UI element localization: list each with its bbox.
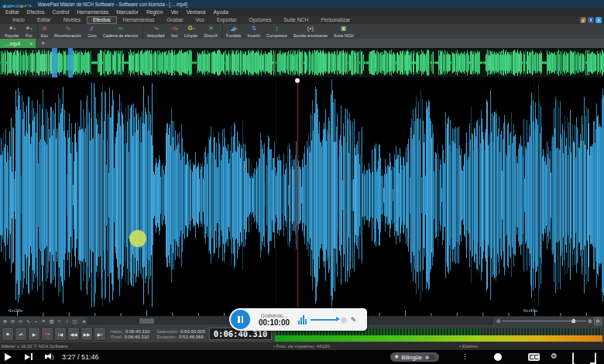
chevron-down-icon: ▾ [30,26,33,31]
zoom-out-icon[interactable]: ⊖ [496,318,501,325]
ribbon-button[interactable]: ∿ Reverberación [51,24,84,39]
transport-button[interactable]: ◀◀ [67,327,80,341]
ribbon-tab[interactable]: Efectos [87,16,117,24]
next-video-icon[interactable] [25,353,33,360]
ribbon-button-icon: ⇅ [251,25,256,33]
pill-menu-dots[interactable]: ⋮ [462,352,468,360]
ribbon-button[interactable]: ◔▾ Velocidad [142,24,167,39]
chevron-down-icon: ▾ [13,26,15,31]
tool-button[interactable]: ∿ [25,318,32,325]
cast-icon[interactable] [572,352,574,364]
menu-item[interactable]: Ayuda [210,9,232,15]
zoom-controls: ⊖ ⊕ ⊕ [496,318,604,325]
chevron-down-icon: ▾ [48,332,50,336]
channels-selector[interactable]: • Estéreo [459,344,478,349]
ribbon-button[interactable]: ♻▾ Limpiar [181,24,201,39]
webcam-icon[interactable]: ◎ [341,316,347,324]
ribbon-button[interactable]: ✦▾ Popular [2,24,22,39]
ribbon-button[interactable]: ▣ Suite NCH [331,24,356,39]
transport-button[interactable]: ▶ [28,327,40,341]
tool-button[interactable]: ↕ [63,318,70,325]
ribbon-button[interactable]: ∞ Cadena de efectos [100,24,141,39]
subtitles-icon[interactable] [528,353,540,361]
transport-button[interactable]: ▶Ι [94,327,106,341]
main-waveform[interactable] [0,77,604,316]
tool-button[interactable]: ▭ [17,318,24,325]
ribbon-tab[interactable]: Grabar [160,16,189,24]
ribbon-tab[interactable]: Niveles [57,16,87,24]
tool-button[interactable]: ▥ [48,318,55,325]
pencil-icon[interactable]: ✎ [351,316,357,324]
menu-item[interactable]: Herramientas [73,9,112,15]
ribbon-button[interactable]: ✦▾ Pro [22,24,36,39]
menu-item[interactable]: Efectos [23,9,49,15]
transport-button[interactable]: ⇄ [15,327,27,341]
ribbon-button[interactable]: ✕ DirectX [201,24,221,39]
ribbon-button-label: Compresor [266,33,287,38]
miniplayer-icon[interactable] [595,352,596,364]
sample-rate-selector[interactable]: • Frec. de muestreo: 44100 [273,344,329,349]
inicio-value: 0:06:40.310 [125,329,150,334]
volume-icon[interactable]: ) [45,353,53,359]
menu-item[interactable]: Editar [2,9,23,15]
tool-button[interactable]: ◫ [71,318,78,325]
ribbon-button[interactable]: ◢▾ Fundido [222,24,244,39]
tool-button[interactable]: ⊕ [2,318,9,325]
transport-button[interactable]: ▶▶ [81,327,93,341]
ribbon-button[interactable]: ♬ Coro [84,24,100,39]
ribbon-button[interactable]: (•) Sonido envolvente [290,24,331,39]
play-icon[interactable] [5,353,12,361]
final-value: 0:06:40.310 [125,335,149,339]
tool-button[interactable]: ⊖ [9,318,16,325]
ribbon-tab[interactable]: Editar [31,16,57,24]
app-window: ▣▤✂▥▦↶↷ WavePad Máster de NCH Software -… [0,0,604,364]
menu-item[interactable]: Ver [166,9,182,15]
tool-button[interactable]: ⌗ [56,318,63,325]
tool-button[interactable]: ⇔ [33,318,39,325]
bilingue-toggle[interactable] [424,355,435,360]
ribbon-button[interactable]: ≋ Eco [37,24,51,39]
tool-button[interactable]: ≡ [40,318,47,325]
transport-button[interactable]: Ι◀ [54,327,67,341]
pause-button[interactable] [231,310,250,329]
new-tab-button[interactable]: + [41,39,45,47]
close-icon[interactable]: × [29,41,33,46]
ribbon-tab[interactable]: Exportar [211,16,243,24]
transport-button[interactable]: ●▾ [41,327,53,341]
ruler-label-left: 6m20s [9,308,22,313]
ribbon-button-icon: ∞ [118,25,123,33]
transport-button[interactable]: ■ [2,327,14,341]
recording-slider[interactable] [311,319,337,321]
document-tab[interactable]: ….mp4 × [0,39,36,48]
ribbon-tab[interactable]: Inicio [6,16,31,24]
ribbon-tab[interactable]: Personalizar [314,16,356,24]
bilingue-label: Bilingüe [401,354,422,361]
window-title: WavePad Máster de NCH Software - Softwar… [38,2,187,7]
bilingue-pill[interactable]: ❖ Bilingüe [390,352,439,362]
menu-item[interactable]: Control [48,9,73,15]
social-icon[interactable]: ✌ [580,17,586,23]
menu-item[interactable]: Marcador [112,9,142,15]
scroll-left-arrow[interactable]: ◄ [81,319,86,324]
duracion-label: Duración: [156,335,177,339]
settings-gear-icon[interactable]: ⚙ [551,352,558,360]
ribbon-button[interactable]: ↨ Compresor [263,24,290,39]
social-icon[interactable]: f [588,17,594,23]
zoom-in-icon[interactable]: ⊕ [588,318,592,325]
ribbon-tab[interactable]: Herramientas [117,16,161,24]
overview-waveform[interactable] [0,48,604,77]
zoom-slider[interactable] [503,321,586,321]
ribbon-tab[interactable]: Opciones [243,16,278,24]
menu-item[interactable]: Región [142,9,167,15]
ribbon-button-label: Voz [171,33,178,38]
ribbon-tab[interactable]: Voz [190,16,211,24]
duracion-value: 0:51:46.969 [179,335,204,339]
scrollbar-thumb[interactable] [139,318,154,324]
ribbon-button[interactable]: ⊲▾ Voz [168,24,181,39]
ribbon-tab[interactable]: Suite NCH [277,16,314,24]
ribbon-button[interactable]: ⇅ Invertir [245,24,263,39]
zoom-slider-thumb[interactable] [571,318,575,323]
menu-item[interactable]: Ventana [183,9,210,15]
zoom-selection-icon[interactable]: ⊕ [594,318,602,325]
social-icon[interactable]: t [595,17,602,23]
